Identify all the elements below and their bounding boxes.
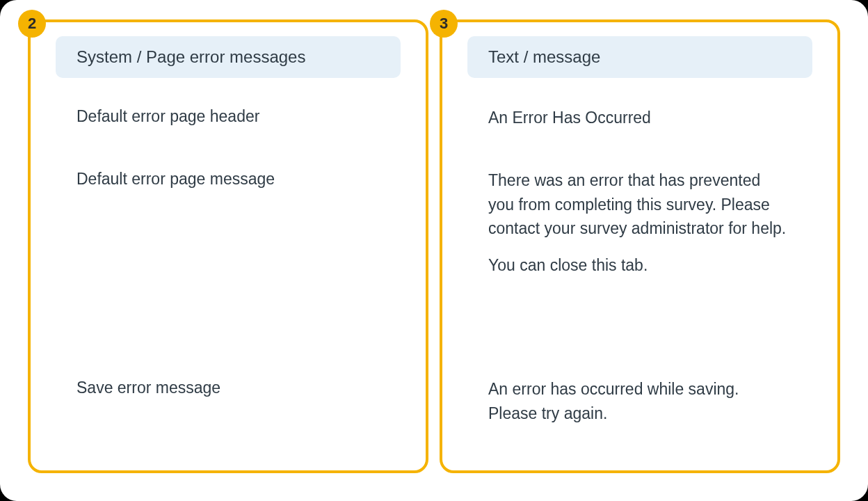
page-container: 2 System / Page error messages Default e… [0, 0, 868, 501]
text-error-detail-close: You can close this tab. [488, 253, 791, 278]
panel-text-message: 3 Text / message An Error Has Occurred T… [440, 19, 840, 473]
panel-system-messages: 2 System / Page error messages Default e… [28, 19, 428, 473]
text-save-error: An error has occurred while saving. Plea… [488, 377, 791, 425]
step-badge-3: 3 [430, 10, 458, 38]
row-default-error-header: Default error page header [56, 106, 401, 168]
text-error-detail-main: There was an error that has prevented yo… [488, 168, 787, 241]
label-save-error-message: Save error message [77, 377, 380, 399]
panel-header-left: System / Page error messages [56, 36, 401, 78]
step-badge-2: 2 [18, 10, 46, 38]
text-error-occurred: An Error Has Occurred [488, 106, 791, 130]
row-default-error-message: Default error page message [56, 168, 401, 377]
row-text-error-detail: There was an error that has prevented yo… [467, 168, 812, 377]
label-default-error-header: Default error page header [77, 106, 380, 127]
label-default-error-message: Default error page message [77, 168, 380, 190]
row-save-error-message: Save error message [56, 377, 401, 399]
row-text-error-occurred: An Error Has Occurred [467, 106, 812, 168]
row-text-save-error: An error has occurred while saving. Plea… [467, 377, 812, 425]
panel-header-right: Text / message [467, 36, 812, 78]
